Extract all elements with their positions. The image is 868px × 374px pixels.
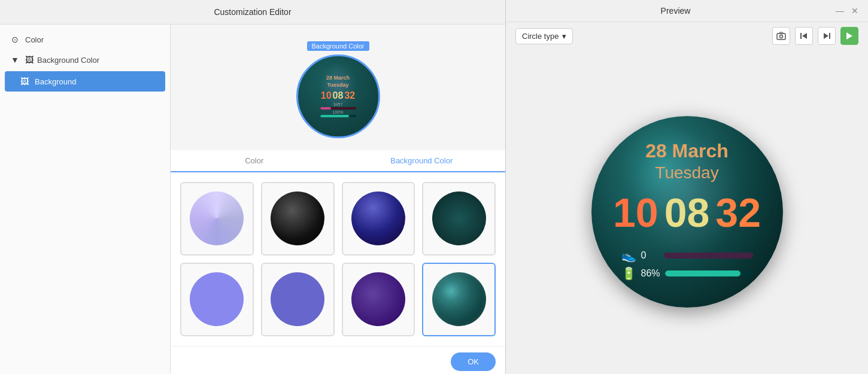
window-controls: — ✕ bbox=[836, 6, 858, 16]
small-steps: 3457 bbox=[333, 102, 343, 107]
play-icon bbox=[846, 32, 853, 40]
preview-title-bar: Preview — ✕ bbox=[506, 0, 868, 22]
small-steps-val: 3457 bbox=[333, 102, 343, 107]
next-icon bbox=[823, 32, 831, 40]
bg-color-tooltip-text: Background Color bbox=[311, 42, 364, 50]
color-icon: ⊙ bbox=[10, 34, 20, 45]
circle-type-dropdown[interactable]: Circle type ▾ bbox=[515, 28, 573, 44]
editor-title-text: Customization Editor bbox=[214, 7, 291, 17]
color-circle-deep-purple bbox=[351, 272, 405, 326]
preview-title: Preview bbox=[515, 6, 836, 16]
color-option-purple-solid[interactable] bbox=[180, 263, 254, 336]
svg-rect-0 bbox=[777, 34, 785, 39]
large-day-text: Tuesday bbox=[655, 163, 718, 182]
minimize-button[interactable]: — bbox=[836, 6, 844, 16]
color-option-blue-gradient[interactable] bbox=[342, 182, 415, 256]
tab-color[interactable]: Color bbox=[171, 150, 338, 172]
preview-title-text: Preview bbox=[661, 6, 691, 16]
color-circle-purple-solid bbox=[190, 272, 244, 326]
color-option-black[interactable] bbox=[261, 182, 335, 256]
svg-marker-7 bbox=[846, 32, 852, 39]
svg-rect-4 bbox=[800, 33, 802, 39]
large-date-text: 28 March bbox=[645, 140, 729, 162]
svg-rect-6 bbox=[829, 33, 830, 39]
tab-bg-color-label: Background Color bbox=[390, 156, 453, 165]
steps-icon: 👟 bbox=[621, 248, 636, 263]
chevron-down-icon: ▾ bbox=[562, 32, 566, 41]
svg-rect-2 bbox=[779, 32, 783, 34]
large-watch-time: 10 08 32 bbox=[613, 192, 761, 233]
sidebar-item-color[interactable]: ⊙ Color bbox=[0, 29, 170, 50]
bg-color-tooltip: Background Color bbox=[306, 41, 369, 51]
color-option-blue-solid[interactable] bbox=[261, 263, 335, 336]
bg-color-img-icon: 🖼 bbox=[25, 55, 34, 65]
editor-title: Customization Editor bbox=[0, 0, 505, 25]
svg-marker-5 bbox=[824, 33, 828, 39]
small-battery-pct: 100% bbox=[333, 110, 344, 114]
small-watch-date: 28 March Tuesday bbox=[326, 75, 350, 89]
bg-color-icon: ▼ bbox=[10, 54, 20, 65]
editor-body: ⊙ Color ▼ 🖼 Background Color 🖼 Backgroun… bbox=[0, 25, 505, 374]
tab-color-label: Color bbox=[245, 156, 263, 165]
color-option-teal-metallic[interactable] bbox=[422, 263, 496, 336]
battery-bar-fill bbox=[665, 270, 740, 276]
ok-row: OK bbox=[171, 346, 505, 375]
battery-value: 86% bbox=[641, 268, 660, 279]
color-option-dark-teal[interactable] bbox=[422, 182, 496, 256]
battery-icon: 🔋 bbox=[621, 266, 636, 281]
svg-marker-3 bbox=[802, 33, 807, 39]
small-second: 32 bbox=[344, 90, 355, 101]
prev-button[interactable] bbox=[795, 27, 813, 45]
svg-point-1 bbox=[780, 35, 783, 38]
bg-img-icon: 🖼 bbox=[19, 76, 30, 87]
color-option-deep-purple[interactable] bbox=[342, 263, 415, 336]
small-watch-preview-area: Background Color 28 March Tuesday 10 08 … bbox=[171, 25, 505, 150]
color-circle-black bbox=[271, 191, 324, 245]
tab-background-color[interactable]: Background Color bbox=[338, 150, 506, 172]
color-circle-blue-solid bbox=[271, 272, 324, 326]
circle-type-label: Circle type bbox=[522, 32, 559, 41]
small-day-text: Tuesday bbox=[327, 82, 349, 88]
sidebar-bg-label: Background bbox=[35, 77, 76, 86]
large-minute: 08 bbox=[664, 192, 710, 233]
prev-icon bbox=[800, 32, 808, 40]
steps-bar-bg bbox=[664, 253, 753, 259]
color-circle-teal-metallic bbox=[432, 272, 486, 326]
large-watch-date: 28 March bbox=[645, 140, 729, 162]
sidebar-bg-color-label: Background Color bbox=[37, 56, 99, 65]
large-hour: 10 bbox=[613, 192, 658, 233]
next-button[interactable] bbox=[818, 27, 836, 45]
steps-value: 0 bbox=[641, 250, 659, 261]
preview-actions bbox=[772, 27, 858, 45]
color-circle-dark-teal bbox=[432, 191, 486, 245]
screenshot-button[interactable] bbox=[772, 27, 790, 45]
editor-sidebar: ⊙ Color ▼ 🖼 Background Color 🖼 Backgroun… bbox=[0, 25, 171, 374]
preview-panel: Preview — ✕ Circle type ▾ bbox=[506, 0, 868, 374]
sidebar-item-background[interactable]: 🖼 Background bbox=[5, 71, 165, 92]
close-button[interactable]: ✕ bbox=[851, 6, 858, 16]
color-option-lavender[interactable] bbox=[180, 182, 254, 256]
small-steps-bar bbox=[320, 107, 356, 110]
large-watch-day: Tuesday bbox=[655, 163, 718, 183]
small-hour: 10 bbox=[321, 90, 332, 101]
customization-editor-panel: Customization Editor ⊙ Color ▼ 🖼 Backgro… bbox=[0, 0, 506, 374]
play-button[interactable] bbox=[840, 27, 858, 45]
small-battery-bar bbox=[320, 115, 356, 117]
large-second: 32 bbox=[715, 192, 761, 233]
large-watch-area: 28 March Tuesday 10 08 32 👟 0 🔋 bbox=[506, 50, 868, 374]
preview-toolbar: Circle type ▾ bbox=[506, 22, 868, 50]
editor-main-content: Background Color 28 March Tuesday 10 08 … bbox=[171, 25, 505, 374]
steps-stat-row: 👟 0 bbox=[621, 248, 753, 263]
small-minute: 08 bbox=[333, 90, 344, 101]
battery-stat-row: 🔋 86% bbox=[621, 266, 753, 281]
ok-button[interactable]: OK bbox=[451, 352, 496, 371]
sidebar-item-background-color[interactable]: ▼ 🖼 Background Color bbox=[0, 50, 170, 70]
small-battery-val: 100% bbox=[333, 110, 344, 114]
battery-bar-bg bbox=[665, 270, 753, 276]
color-tabs: Color Background Color bbox=[171, 150, 505, 172]
color-circle-lavender bbox=[190, 191, 244, 245]
large-watch: 28 March Tuesday 10 08 32 👟 0 🔋 bbox=[591, 116, 783, 308]
large-watch-stats: 👟 0 🔋 86% bbox=[621, 245, 753, 284]
small-watch-time: 10 08 32 bbox=[321, 90, 355, 101]
color-circle-blue-gradient bbox=[351, 191, 405, 245]
